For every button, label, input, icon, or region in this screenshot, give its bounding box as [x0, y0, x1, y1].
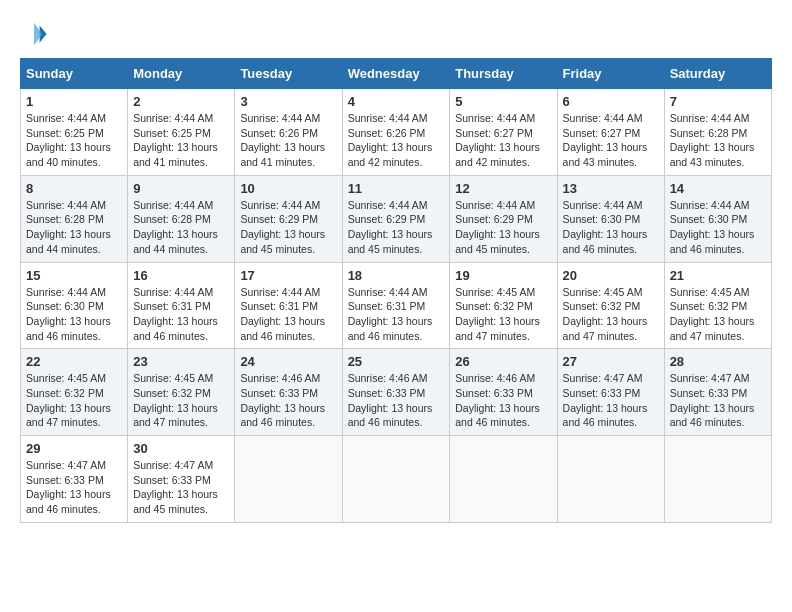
- calendar-header-saturday: Saturday: [664, 59, 771, 89]
- calendar-cell: 1 Sunrise: 4:44 AM Sunset: 6:25 PM Dayli…: [21, 89, 128, 176]
- calendar-header-row: SundayMondayTuesdayWednesdayThursdayFrid…: [21, 59, 772, 89]
- calendar-header-sunday: Sunday: [21, 59, 128, 89]
- calendar-cell: [235, 436, 342, 523]
- calendar-cell: 10 Sunrise: 4:44 AM Sunset: 6:29 PM Dayl…: [235, 175, 342, 262]
- calendar-cell: 28 Sunrise: 4:47 AM Sunset: 6:33 PM Dayl…: [664, 349, 771, 436]
- calendar-table: SundayMondayTuesdayWednesdayThursdayFrid…: [20, 58, 772, 523]
- day-number: 21: [670, 268, 766, 283]
- day-number: 28: [670, 354, 766, 369]
- svg-marker-1: [34, 23, 42, 45]
- day-info: Sunrise: 4:44 AM Sunset: 6:27 PM Dayligh…: [455, 111, 551, 170]
- calendar-header-thursday: Thursday: [450, 59, 557, 89]
- calendar-cell: 13 Sunrise: 4:44 AM Sunset: 6:30 PM Dayl…: [557, 175, 664, 262]
- calendar-cell: 4 Sunrise: 4:44 AM Sunset: 6:26 PM Dayli…: [342, 89, 450, 176]
- calendar-cell: 11 Sunrise: 4:44 AM Sunset: 6:29 PM Dayl…: [342, 175, 450, 262]
- calendar-header-wednesday: Wednesday: [342, 59, 450, 89]
- calendar-week-row: 1 Sunrise: 4:44 AM Sunset: 6:25 PM Dayli…: [21, 89, 772, 176]
- day-number: 11: [348, 181, 445, 196]
- calendar-week-row: 29 Sunrise: 4:47 AM Sunset: 6:33 PM Dayl…: [21, 436, 772, 523]
- day-info: Sunrise: 4:44 AM Sunset: 6:25 PM Dayligh…: [26, 111, 122, 170]
- day-number: 20: [563, 268, 659, 283]
- day-info: Sunrise: 4:44 AM Sunset: 6:29 PM Dayligh…: [348, 198, 445, 257]
- calendar-header-monday: Monday: [128, 59, 235, 89]
- day-number: 27: [563, 354, 659, 369]
- day-info: Sunrise: 4:44 AM Sunset: 6:29 PM Dayligh…: [240, 198, 336, 257]
- calendar-cell: 29 Sunrise: 4:47 AM Sunset: 6:33 PM Dayl…: [21, 436, 128, 523]
- calendar-cell: 17 Sunrise: 4:44 AM Sunset: 6:31 PM Dayl…: [235, 262, 342, 349]
- day-info: Sunrise: 4:45 AM Sunset: 6:32 PM Dayligh…: [455, 285, 551, 344]
- calendar-cell: [557, 436, 664, 523]
- calendar-cell: 3 Sunrise: 4:44 AM Sunset: 6:26 PM Dayli…: [235, 89, 342, 176]
- calendar-cell: 19 Sunrise: 4:45 AM Sunset: 6:32 PM Dayl…: [450, 262, 557, 349]
- day-number: 7: [670, 94, 766, 109]
- calendar-cell: 8 Sunrise: 4:44 AM Sunset: 6:28 PM Dayli…: [21, 175, 128, 262]
- day-info: Sunrise: 4:44 AM Sunset: 6:30 PM Dayligh…: [670, 198, 766, 257]
- day-info: Sunrise: 4:47 AM Sunset: 6:33 PM Dayligh…: [670, 371, 766, 430]
- calendar-week-row: 15 Sunrise: 4:44 AM Sunset: 6:30 PM Dayl…: [21, 262, 772, 349]
- day-number: 14: [670, 181, 766, 196]
- day-number: 25: [348, 354, 445, 369]
- calendar-header-friday: Friday: [557, 59, 664, 89]
- day-number: 22: [26, 354, 122, 369]
- day-info: Sunrise: 4:44 AM Sunset: 6:31 PM Dayligh…: [240, 285, 336, 344]
- day-number: 19: [455, 268, 551, 283]
- day-info: Sunrise: 4:44 AM Sunset: 6:31 PM Dayligh…: [348, 285, 445, 344]
- day-number: 13: [563, 181, 659, 196]
- day-number: 10: [240, 181, 336, 196]
- day-info: Sunrise: 4:46 AM Sunset: 6:33 PM Dayligh…: [455, 371, 551, 430]
- day-info: Sunrise: 4:44 AM Sunset: 6:27 PM Dayligh…: [563, 111, 659, 170]
- day-number: 17: [240, 268, 336, 283]
- day-info: Sunrise: 4:45 AM Sunset: 6:32 PM Dayligh…: [563, 285, 659, 344]
- day-info: Sunrise: 4:44 AM Sunset: 6:25 PM Dayligh…: [133, 111, 229, 170]
- calendar-cell: 24 Sunrise: 4:46 AM Sunset: 6:33 PM Dayl…: [235, 349, 342, 436]
- day-info: Sunrise: 4:46 AM Sunset: 6:33 PM Dayligh…: [348, 371, 445, 430]
- day-info: Sunrise: 4:45 AM Sunset: 6:32 PM Dayligh…: [133, 371, 229, 430]
- calendar-week-row: 8 Sunrise: 4:44 AM Sunset: 6:28 PM Dayli…: [21, 175, 772, 262]
- day-info: Sunrise: 4:46 AM Sunset: 6:33 PM Dayligh…: [240, 371, 336, 430]
- calendar-cell: 22 Sunrise: 4:45 AM Sunset: 6:32 PM Dayl…: [21, 349, 128, 436]
- calendar-cell: [450, 436, 557, 523]
- day-number: 29: [26, 441, 122, 456]
- day-number: 12: [455, 181, 551, 196]
- calendar-cell: 12 Sunrise: 4:44 AM Sunset: 6:29 PM Dayl…: [450, 175, 557, 262]
- day-info: Sunrise: 4:45 AM Sunset: 6:32 PM Dayligh…: [670, 285, 766, 344]
- day-info: Sunrise: 4:47 AM Sunset: 6:33 PM Dayligh…: [563, 371, 659, 430]
- calendar-week-row: 22 Sunrise: 4:45 AM Sunset: 6:32 PM Dayl…: [21, 349, 772, 436]
- day-info: Sunrise: 4:44 AM Sunset: 6:26 PM Dayligh…: [240, 111, 336, 170]
- day-info: Sunrise: 4:44 AM Sunset: 6:28 PM Dayligh…: [670, 111, 766, 170]
- calendar-cell: [664, 436, 771, 523]
- day-number: 8: [26, 181, 122, 196]
- calendar-cell: 6 Sunrise: 4:44 AM Sunset: 6:27 PM Dayli…: [557, 89, 664, 176]
- day-number: 23: [133, 354, 229, 369]
- calendar-cell: 5 Sunrise: 4:44 AM Sunset: 6:27 PM Dayli…: [450, 89, 557, 176]
- day-info: Sunrise: 4:47 AM Sunset: 6:33 PM Dayligh…: [133, 458, 229, 517]
- day-number: 2: [133, 94, 229, 109]
- day-info: Sunrise: 4:44 AM Sunset: 6:26 PM Dayligh…: [348, 111, 445, 170]
- day-info: Sunrise: 4:45 AM Sunset: 6:32 PM Dayligh…: [26, 371, 122, 430]
- calendar-cell: 16 Sunrise: 4:44 AM Sunset: 6:31 PM Dayl…: [128, 262, 235, 349]
- calendar-cell: 2 Sunrise: 4:44 AM Sunset: 6:25 PM Dayli…: [128, 89, 235, 176]
- day-number: 15: [26, 268, 122, 283]
- day-number: 30: [133, 441, 229, 456]
- calendar-cell: 30 Sunrise: 4:47 AM Sunset: 6:33 PM Dayl…: [128, 436, 235, 523]
- calendar-cell: [342, 436, 450, 523]
- header: [20, 20, 772, 48]
- day-info: Sunrise: 4:47 AM Sunset: 6:33 PM Dayligh…: [26, 458, 122, 517]
- day-number: 1: [26, 94, 122, 109]
- day-number: 4: [348, 94, 445, 109]
- calendar-cell: 26 Sunrise: 4:46 AM Sunset: 6:33 PM Dayl…: [450, 349, 557, 436]
- calendar-cell: 7 Sunrise: 4:44 AM Sunset: 6:28 PM Dayli…: [664, 89, 771, 176]
- calendar-cell: 23 Sunrise: 4:45 AM Sunset: 6:32 PM Dayl…: [128, 349, 235, 436]
- calendar-cell: 21 Sunrise: 4:45 AM Sunset: 6:32 PM Dayl…: [664, 262, 771, 349]
- calendar-header-tuesday: Tuesday: [235, 59, 342, 89]
- calendar-cell: 14 Sunrise: 4:44 AM Sunset: 6:30 PM Dayl…: [664, 175, 771, 262]
- calendar-cell: 25 Sunrise: 4:46 AM Sunset: 6:33 PM Dayl…: [342, 349, 450, 436]
- day-number: 6: [563, 94, 659, 109]
- day-number: 26: [455, 354, 551, 369]
- day-info: Sunrise: 4:44 AM Sunset: 6:28 PM Dayligh…: [133, 198, 229, 257]
- calendar-cell: 18 Sunrise: 4:44 AM Sunset: 6:31 PM Dayl…: [342, 262, 450, 349]
- day-info: Sunrise: 4:44 AM Sunset: 6:30 PM Dayligh…: [26, 285, 122, 344]
- day-number: 5: [455, 94, 551, 109]
- day-info: Sunrise: 4:44 AM Sunset: 6:29 PM Dayligh…: [455, 198, 551, 257]
- calendar-cell: 15 Sunrise: 4:44 AM Sunset: 6:30 PM Dayl…: [21, 262, 128, 349]
